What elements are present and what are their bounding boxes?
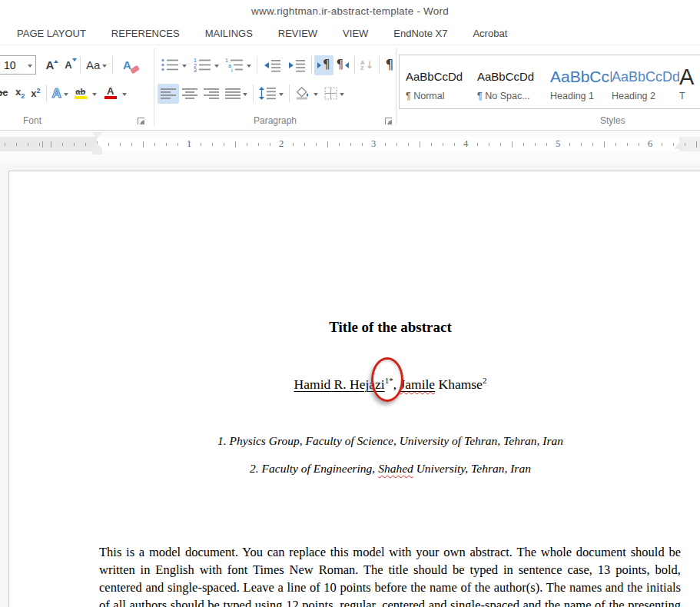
shading-button[interactable]	[292, 84, 321, 104]
ruler-number: 5	[552, 138, 563, 150]
change-case-button[interactable]: Aa	[83, 55, 110, 75]
authors-line: Hamid R. Hejazi1*, Jamile Khamse2	[9, 376, 700, 393]
grow-font-icon: A	[46, 59, 55, 71]
ruler-number: 4	[460, 138, 471, 150]
style-name: ¶ No Spac...	[477, 91, 530, 101]
ruler-number: 6	[645, 138, 655, 150]
clear-formatting-button[interactable]: A	[115, 55, 138, 75]
align-left-button[interactable]	[158, 84, 179, 104]
style-heading1[interactable]: AaBbCcDd Heading 1	[550, 55, 612, 108]
text-effects-icon: A	[52, 87, 61, 100]
superscript-button[interactable]: x2	[28, 84, 43, 104]
paragraph-dialog-launcher-icon[interactable]	[385, 118, 392, 124]
align-left-icon	[161, 88, 176, 99]
align-center-button[interactable]	[179, 84, 201, 104]
chevron-down-icon[interactable]	[122, 93, 127, 98]
divider	[253, 85, 254, 102]
increase-indent-button[interactable]	[284, 55, 309, 75]
rtl-text-direction-button[interactable]: ¶	[333, 55, 353, 75]
tab-mailings[interactable]: MAILINGS	[205, 28, 253, 39]
shrink-font-button[interactable]: A	[59, 55, 78, 75]
line-spacing-button[interactable]	[256, 84, 287, 104]
pilcrow-icon: ¶	[385, 58, 393, 71]
style-title[interactable]: A T	[679, 55, 700, 108]
font-color-swatch	[105, 96, 117, 99]
font-size-combo[interactable]: 10	[0, 55, 36, 75]
font-group: 10 A A Aa A abc x	[0, 45, 154, 130]
tab-page-layout[interactable]: PAGE LAYOUT	[17, 28, 86, 39]
style-name: Heading 2	[612, 91, 655, 101]
styles-group-label: Styles	[396, 115, 700, 126]
highlight-color-swatch	[75, 96, 87, 99]
styles-group: AaBbCcDd ¶ Normal AaBbCcDd ¶ No Spac... …	[396, 45, 700, 130]
document-page[interactable]: Title of the abstract Hamid R. Hejazi1*,…	[8, 171, 700, 607]
divider	[289, 85, 290, 102]
decrease-indent-button[interactable]	[260, 55, 284, 75]
style-preview: AaBbCcDd	[612, 65, 679, 88]
align-center-icon	[182, 88, 197, 99]
show-hide-formatting-button[interactable]: ¶	[382, 55, 396, 75]
style-no-spacing[interactable]: AaBbCcDd ¶ No Spac...	[477, 55, 550, 108]
numbering-button[interactable]: 1 2 3	[190, 55, 222, 75]
author2-first-name: Jamile	[400, 376, 435, 392]
ruler-ticks	[0, 137, 700, 151]
divider	[354, 56, 355, 74]
ruler-number: 2	[276, 138, 287, 150]
chevron-down-icon[interactable]	[92, 93, 97, 98]
multilevel-list-button[interactable]: 1 a i	[222, 55, 254, 75]
divider	[379, 56, 380, 74]
ltr-text-direction-button[interactable]: ¶	[314, 55, 333, 75]
paragraph-group: 1 2 3 1 a i	[154, 45, 396, 130]
highlight-color-button[interactable]: ab	[71, 84, 90, 104]
ruler: 1 2 3 4 5 6	[0, 131, 700, 163]
justify-button[interactable]	[222, 84, 250, 104]
decrease-indent-icon	[263, 58, 281, 72]
tab-endnote[interactable]: EndNote X7	[393, 28, 447, 39]
shrink-font-icon: A	[65, 60, 71, 70]
chevron-down-icon	[214, 65, 219, 70]
ruler-bar: 1 2 3 4 5 6	[0, 137, 700, 151]
bullets-button[interactable]	[158, 55, 190, 75]
pilcrow-icon: ¶	[337, 59, 344, 71]
font-color-button[interactable]: A	[101, 84, 120, 104]
text-effects-button[interactable]: A	[49, 84, 71, 104]
style-normal[interactable]: AaBbCcDd ¶ Normal	[406, 55, 477, 108]
style-heading2[interactable]: AaBbCcDd Heading 2	[612, 55, 679, 108]
divider	[112, 56, 113, 74]
ruler-number: 3	[368, 138, 379, 150]
document-area: Title of the abstract Hamid R. Hejazi1*,…	[0, 163, 700, 607]
ruler-number: 1	[184, 138, 194, 150]
divider	[311, 56, 312, 74]
chevron-down-icon	[340, 93, 344, 98]
grow-font-button[interactable]: A	[41, 55, 59, 75]
strikethrough-button[interactable]: abc	[0, 87, 8, 98]
abstract-title: Title of the abstract	[9, 319, 700, 336]
line-spacing-icon	[259, 87, 277, 100]
chevron-down-icon	[243, 93, 247, 98]
rtl-arrow-icon	[345, 62, 349, 68]
borders-button[interactable]	[321, 84, 347, 104]
style-preview: AaBbCcDd	[477, 65, 534, 88]
ltr-arrow-icon	[317, 62, 321, 68]
chevron-down-icon	[102, 65, 107, 70]
divider	[46, 85, 47, 102]
tab-review[interactable]: REVIEW	[278, 28, 317, 39]
sort-button[interactable]: AZ ↓	[357, 55, 377, 75]
subscript-button[interactable]: x2	[12, 84, 28, 104]
tab-acrobat[interactable]: Acrobat	[473, 28, 507, 39]
left-indent-marker[interactable]	[92, 149, 102, 154]
tab-view[interactable]: VIEW	[343, 28, 368, 39]
style-preview: AaBbCcDd	[406, 65, 463, 88]
chevron-down-icon	[182, 65, 187, 70]
pilcrow-icon: ¶	[323, 59, 330, 71]
borders-icon	[324, 87, 337, 100]
font-dialog-launcher-icon[interactable]	[138, 118, 144, 124]
chevron-down-icon	[279, 93, 284, 98]
misspelled-word: Shahed	[378, 462, 413, 475]
window-title: www.rightman.ir-abstract-template - Word	[251, 5, 449, 17]
body-paragraph: This is a model document. You can replac…	[99, 543, 681, 607]
increase-indent-icon	[287, 58, 306, 72]
align-right-button[interactable]	[201, 84, 222, 104]
chevron-down-icon	[314, 93, 318, 98]
tab-references[interactable]: REFERENCES	[111, 28, 180, 39]
